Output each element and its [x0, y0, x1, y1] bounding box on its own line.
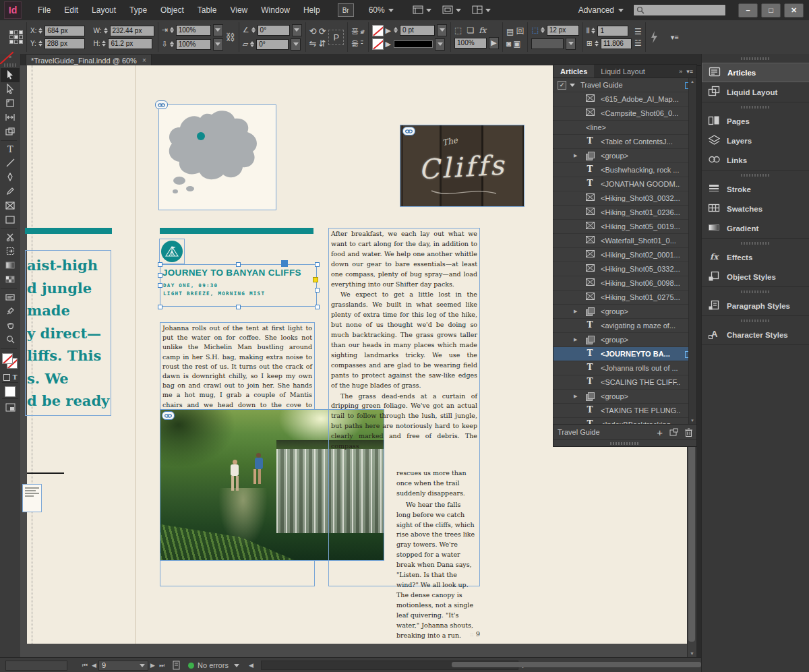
article-item-row[interactable]: <Waterfall_Shot01_0... [553, 234, 696, 248]
dock-item-layers[interactable]: Layers [702, 131, 809, 150]
eyedropper-tool[interactable] [1, 305, 20, 319]
scroll-down-arrow[interactable]: ▼ [690, 419, 694, 423]
note-tool[interactable] [1, 291, 20, 305]
minimize-button[interactable]: – [738, 3, 758, 18]
hand-tool[interactable] [1, 319, 20, 333]
article-item-row[interactable]: <Hiking_Shot01_0275... [553, 291, 696, 305]
scroll-up-arrow[interactable]: ▲ [690, 80, 694, 84]
zoom-tool[interactable] [1, 333, 20, 347]
rotation-stepper[interactable] [251, 27, 256, 33]
article-item-row[interactable]: <Hiking_Shot05_0019... [553, 220, 696, 234]
dock-item-paragraph-styles[interactable]: Paragraph Styles [702, 296, 809, 315]
article-item-row[interactable]: <Hiking_Shot01_0236... [553, 206, 696, 220]
selection-handle[interactable] [158, 262, 162, 267]
article-item-row[interactable]: <Campsite_Shot06_0... [553, 106, 696, 121]
chevron-down-icon[interactable] [213, 38, 223, 51]
rotation-field[interactable]: 0° [258, 25, 290, 36]
delete-article-button[interactable] [685, 428, 692, 437]
scroll-left-arrow[interactable]: ◀ [249, 662, 253, 669]
zoom-level-dropdown[interactable]: 60% [369, 5, 394, 15]
y-field[interactable]: 288 px [44, 38, 85, 49]
columns-field[interactable]: 1 [597, 26, 628, 36]
article-item-row[interactable]: <Hiking_Shot03_0032... [553, 191, 696, 206]
dock-item-object-styles[interactable]: Object Styles [702, 267, 809, 286]
preview-mode-button[interactable] [1, 400, 20, 415]
selection-handle-active[interactable] [281, 260, 288, 267]
corner-edit-handle[interactable] [313, 277, 318, 282]
scale-x-field[interactable]: 100% [176, 25, 211, 36]
article-item-row[interactable]: T<SCALING THE CLIFF... [553, 375, 696, 390]
next-page-button[interactable]: ▶ [150, 662, 155, 669]
selection-handle[interactable] [315, 288, 320, 293]
stroke-flyout-arrow[interactable]: ▶ [386, 40, 391, 49]
scroll-down-arrow[interactable]: ▼ [690, 651, 694, 656]
right-text-frame[interactable]: After breakfast, we each lay out what we… [328, 228, 480, 586]
dock-grip[interactable] [702, 316, 809, 325]
article-item-row-selected[interactable]: T<JOURNEYTO BA... [553, 347, 696, 361]
menu-help[interactable]: Help [297, 5, 327, 15]
expander-icon[interactable]: ▶ [574, 394, 577, 399]
article-item-row[interactable]: ▶<group> [553, 149, 696, 163]
pen-tool[interactable] [1, 171, 20, 185]
expander-icon[interactable] [570, 84, 575, 87]
selection-handle[interactable] [236, 305, 241, 309]
text-wrap-bounding-icon[interactable]: 回 [516, 26, 524, 37]
panel-collapse-icon[interactable]: » [679, 68, 682, 75]
article-item-row[interactable]: <Hiking_Shot02_0001... [553, 248, 696, 262]
article-item-row[interactable]: T<Table of ContentsJ... [553, 135, 696, 149]
previous-page-button[interactable]: ◀ [92, 662, 96, 669]
y-stepper[interactable] [38, 40, 42, 47]
content-collector-tool[interactable] [1, 125, 20, 139]
panel-resize-grip[interactable] [553, 439, 696, 446]
dock-item-pages[interactable]: Pages [702, 111, 809, 131]
corner-size-field[interactable]: 12 px [547, 25, 579, 36]
last-page-button[interactable]: ⏭ [159, 662, 164, 669]
add-article-button[interactable]: + [657, 427, 663, 438]
new-article-button[interactable] [669, 428, 678, 436]
article-item-row[interactable]: <615_Adobe_AI_Map... [553, 92, 696, 106]
selection-handle[interactable] [315, 262, 320, 267]
workspace-switcher[interactable]: Advanced [578, 5, 624, 15]
rotate-ccw-icon[interactable]: ⟲ [309, 26, 317, 36]
badge-frame[interactable] [159, 239, 185, 264]
gutter-field[interactable]: 11.806 [601, 38, 632, 49]
dock-item-stroke[interactable]: Stroke [702, 179, 809, 199]
article-item-row[interactable]: ▶<group> [553, 305, 696, 319]
screen-mode-button[interactable] [442, 5, 461, 15]
article-item-row[interactable]: T<TAKING THE PLUNG... [553, 404, 696, 418]
scale-x-stepper[interactable] [170, 27, 174, 33]
article-item-row[interactable]: T<IndexBBacktracking ... [553, 418, 696, 424]
link-badge-icon[interactable] [162, 411, 175, 420]
dock-item-effects[interactable]: fxEffects [702, 247, 809, 267]
quick-apply-icon[interactable] [649, 30, 659, 44]
shear-field[interactable]: 0° [256, 39, 289, 50]
dock-grip[interactable] [702, 102, 809, 111]
apply-none-swatch[interactable] [5, 386, 16, 397]
horizontal-scrollbar-thumb[interactable] [452, 662, 701, 667]
stroke-weight-field[interactable]: 0 pt [400, 25, 435, 36]
articles-scrollbar[interactable]: ▲▼ [688, 78, 696, 424]
pullquote-frame[interactable]: aist-highd junglemadey direct—liffs. Thi… [25, 250, 111, 416]
menu-table[interactable]: Table [191, 5, 224, 15]
shear-stepper[interactable] [250, 41, 254, 47]
dock-grip[interactable] [702, 54, 809, 63]
distribute-right-icon[interactable]: ⸚ [361, 39, 363, 48]
article-item-row[interactable]: ▶<group> [553, 390, 696, 404]
dock-item-articles[interactable]: Articles [702, 63, 809, 82]
selection-handle[interactable] [158, 273, 162, 278]
dock-grip[interactable] [702, 239, 809, 247]
reference-point-proxy[interactable] [0, 22, 27, 52]
menu-view[interactable]: View [223, 5, 254, 15]
free-transform-tool[interactable] [1, 245, 20, 259]
small-caption-frame[interactable] [22, 484, 42, 512]
stroke-none-swatch[interactable] [372, 38, 384, 50]
dock-grip[interactable] [702, 171, 809, 179]
selection-handle[interactable] [315, 305, 320, 309]
dock-item-liquid-layout[interactable]: Liquid Layout [702, 82, 809, 102]
direct-selection-tool[interactable] [1, 82, 20, 96]
panel-menu-icon[interactable]: ▾≡ [686, 68, 693, 75]
effects-icon[interactable]: fx [479, 26, 486, 35]
chevron-down-icon[interactable] [566, 38, 576, 50]
gutter-stepper[interactable] [595, 40, 599, 47]
tab-articles[interactable]: Articles [553, 65, 594, 78]
